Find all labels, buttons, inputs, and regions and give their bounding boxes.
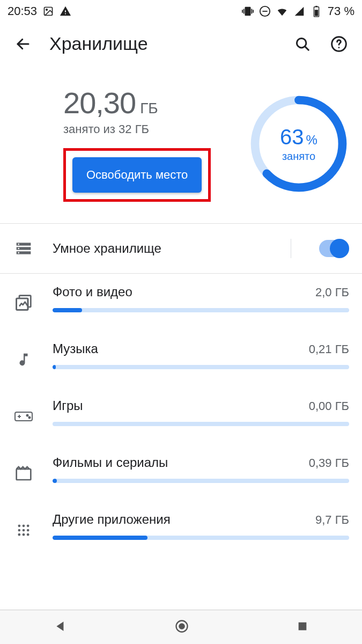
- category-bar: [53, 308, 349, 312]
- search-button[interactable]: [292, 34, 313, 54]
- page-title: Хранилище: [49, 33, 276, 54]
- svg-point-36: [23, 533, 25, 536]
- smart-storage-row[interactable]: Умное хранилище: [0, 224, 362, 273]
- svg-point-30: [23, 525, 25, 528]
- svg-point-11: [338, 47, 340, 48]
- category-title: Фильмы и сериалы: [53, 455, 168, 470]
- svg-rect-40: [299, 622, 307, 630]
- back-button[interactable]: [13, 34, 33, 54]
- svg-point-17: [18, 244, 19, 245]
- nav-home-button[interactable]: [174, 619, 189, 636]
- category-value: 0,21 ГБ: [309, 342, 349, 356]
- svg-point-31: [27, 525, 29, 528]
- wifi-icon: [276, 5, 288, 17]
- category-value: 0,39 ГБ: [309, 456, 349, 470]
- storage-icon: [13, 238, 34, 259]
- svg-point-35: [18, 533, 21, 536]
- nav-recent-button[interactable]: [297, 620, 308, 634]
- status-bar: 20:53 73 %: [0, 0, 362, 20]
- ring-label: занято: [282, 150, 315, 163]
- svg-line-9: [305, 46, 308, 50]
- category-bar: [53, 422, 349, 426]
- help-button[interactable]: [329, 34, 349, 54]
- svg-point-33: [23, 529, 25, 532]
- category-title: Музыка: [53, 341, 98, 356]
- smart-storage-label: Умное хранилище: [53, 241, 272, 256]
- usage-ring-chart: 63% занято: [248, 93, 349, 194]
- smart-storage-toggle[interactable]: [319, 240, 349, 257]
- nav-back-button[interactable]: [54, 619, 68, 635]
- status-time: 20:53: [8, 4, 37, 18]
- svg-point-19: [18, 252, 19, 254]
- category-row-games[interactable]: Игры0,00 ГБ: [0, 387, 362, 444]
- category-bar: [53, 365, 349, 369]
- category-row-music[interactable]: Музыка0,21 ГБ: [0, 331, 362, 387]
- svg-point-27: [29, 417, 31, 419]
- category-title: Другие приложения: [53, 512, 171, 527]
- used-value: 20,30: [63, 85, 136, 120]
- svg-rect-28: [17, 469, 31, 480]
- divider-vertical: [291, 239, 291, 258]
- photos-icon: [13, 287, 34, 319]
- used-subtitle: занято из 32 ГБ: [63, 122, 230, 136]
- svg-point-34: [27, 529, 29, 532]
- svg-point-37: [27, 533, 29, 536]
- used-unit: ГБ: [140, 100, 158, 117]
- svg-rect-5: [315, 6, 317, 7]
- storage-summary: 20,30 ГБ занято из 32 ГБ Освободить мест…: [0, 64, 362, 223]
- games-icon: [13, 400, 34, 433]
- warning-icon: [60, 5, 71, 17]
- image-icon: [42, 5, 54, 17]
- svg-point-39: [180, 624, 184, 628]
- category-bar: [53, 536, 349, 540]
- category-value: 0,00 ГБ: [309, 399, 349, 413]
- movies-icon: [13, 457, 34, 489]
- category-value: 9,7 ГБ: [315, 513, 349, 527]
- svg-point-29: [18, 525, 21, 528]
- dnd-icon: [259, 5, 271, 17]
- android-navbar: [0, 610, 362, 644]
- app-bar: Хранилище: [0, 20, 362, 64]
- svg-point-26: [27, 415, 28, 416]
- battery-text: 73 %: [328, 4, 354, 18]
- free-space-button[interactable]: Освободить место: [72, 157, 202, 193]
- svg-rect-6: [315, 10, 318, 16]
- category-title: Игры: [53, 398, 83, 413]
- vibrate-icon: [242, 5, 254, 17]
- svg-point-32: [18, 529, 21, 532]
- apps-icon: [13, 514, 34, 546]
- highlight-annotation: Освободить место: [63, 148, 211, 202]
- category-row-apps[interactable]: Другие приложения9,7 ГБ: [0, 501, 362, 558]
- svg-point-18: [18, 248, 19, 250]
- category-title: Фото и видео: [53, 284, 132, 299]
- category-row-movies[interactable]: Фильмы и сериалы0,39 ГБ: [0, 444, 362, 501]
- category-row-photos[interactable]: Фото и видео2,0 ГБ: [0, 274, 362, 331]
- ring-percent-sign: %: [306, 133, 317, 147]
- svg-point-1: [46, 9, 48, 10]
- category-bar: [53, 479, 349, 483]
- battery-icon: [311, 5, 322, 17]
- music-icon: [13, 343, 34, 376]
- category-value: 2,0 ГБ: [315, 286, 349, 299]
- signal-icon: [293, 5, 305, 17]
- ring-percent: 63: [280, 125, 304, 149]
